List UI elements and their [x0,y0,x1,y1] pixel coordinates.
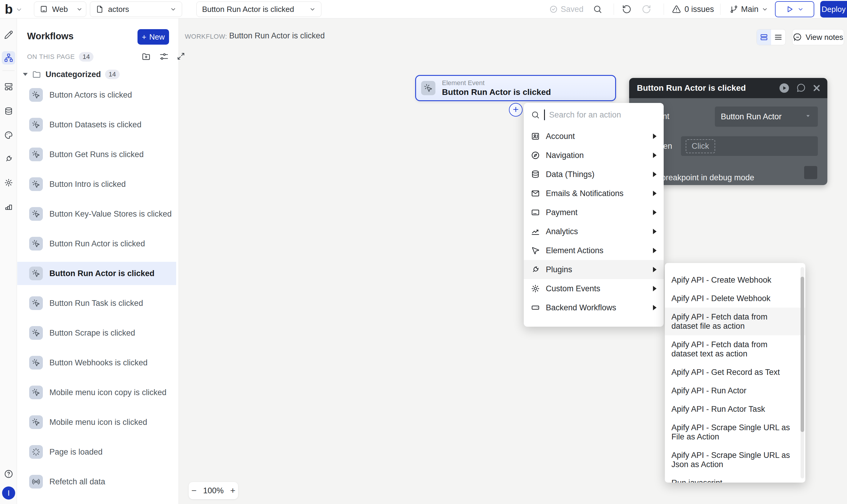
submenu-item[interactable]: Apify API - Get Record as Text [665,363,805,381]
avatar[interactable]: I [2,486,15,500]
workflow-dropdown[interactable]: Button Run Actor is clicked [196,1,321,17]
event-title: Button Run Actor is clicked [442,88,551,97]
workflow-item[interactable]: Button Run Actor is clicked [17,232,176,255]
action-search-row[interactable] [524,103,664,127]
zoom-out-button[interactable]: − [191,486,197,496]
submenu-item[interactable]: Run javascript [665,474,805,483]
page-dropdown[interactable]: actors [90,1,182,17]
page-dropdown-value: actors [108,5,129,14]
help-icon[interactable] [4,469,13,479]
workflow-tab-icon[interactable] [4,53,13,62]
menu-item-backend-workflows[interactable]: Backend Workflows [524,298,664,317]
settings-gear-icon[interactable] [4,178,13,187]
menu-item-account[interactable]: Account [524,127,664,146]
workflow-item[interactable]: Button Get Runs is clicked [17,143,176,166]
element-select[interactable]: Button Run Actor [715,107,818,127]
workflow-item[interactable]: Refetch all data [17,470,176,493]
new-button-label: New [149,32,165,42]
close-icon[interactable] [812,83,822,93]
run-play-icon[interactable] [778,83,790,94]
submenu-item[interactable]: Apify API - Delete Webhook [665,289,805,308]
add-folder-icon[interactable] [141,52,151,61]
cards-view-toggle[interactable] [757,30,771,45]
on-this-page-row: ON THIS PAGE 14 [27,52,93,61]
menu-item-analytics[interactable]: Analytics [524,222,664,241]
submenu-item[interactable]: Apify API - Scrape Single URL as File as… [665,418,805,446]
menu-item-element-actions[interactable]: Element Actions [524,241,664,260]
menu-item-navigation[interactable]: Navigation [524,146,664,165]
note-bubble-icon [793,33,802,42]
menu-item-emails[interactable]: Emails & Notifications [524,184,664,203]
event-type-label: Element Event [442,79,551,87]
deploy-button[interactable]: Deploy [820,1,847,18]
submenu-item[interactable]: Apify API - Fetch data from dataset text… [665,335,805,363]
action-search-input[interactable] [549,110,647,120]
when-field[interactable]: Click [681,136,818,156]
menu-item-plugins[interactable]: Plugins [524,260,664,279]
styles-palette-icon[interactable] [4,131,13,140]
bubble-logo[interactable]: b [5,2,15,17]
plugins-plug-icon[interactable] [4,155,13,163]
view-toggle-group [757,29,786,45]
when-value-chip[interactable]: Click [686,139,715,153]
submenu-arrow-icon [653,267,656,272]
redo-icon[interactable] [642,4,651,14]
preview-button[interactable] [775,1,814,17]
scrollbar-thumb[interactable] [800,277,804,432]
submenu-item[interactable]: Apify API - Run Actor Task [665,400,805,418]
workflow-item[interactable]: Button Intro is clicked [17,173,176,196]
breakpoint-checkbox[interactable] [804,166,817,179]
workflow-item[interactable]: Button Scrape is clicked [17,321,176,344]
workflow-item[interactable]: Button Webhooks is clicked [17,351,176,374]
submenu-item[interactable]: Apify API - Run Actor [665,381,805,400]
divider [720,4,721,15]
comment-icon[interactable] [796,83,806,93]
cursor-click-icon [29,177,43,191]
undo-icon[interactable] [622,4,632,14]
menu-item-data[interactable]: Data (Things) [524,165,664,184]
workflow-item-selected[interactable]: Button Run Actor is clicked [17,262,176,285]
submenu-item[interactable]: Apify API - Scrape Single URL as Json as… [665,446,805,474]
event-node[interactable]: Element Event Button Run Actor is clicke… [415,75,616,101]
expand-icon[interactable] [177,52,185,61]
search-icon[interactable] [593,4,602,14]
submenu-arrow-icon [653,248,656,253]
view-notes-button[interactable]: View notes [792,29,844,45]
submenu-arrow-icon [653,133,656,139]
issues-label: 0 issues [685,5,714,14]
submenu-item-hovered[interactable]: Apify API - Fetch data from dataset file… [665,308,805,335]
database-icon[interactable] [4,107,13,116]
mail-icon [531,189,540,198]
logs-chart-icon[interactable] [4,202,13,211]
workflow-item[interactable]: Page is loaded [17,440,176,464]
design-pencil-icon[interactable] [4,30,13,39]
folder-uncategorized[interactable]: Uncategorized 14 [23,70,120,79]
branch-selector[interactable]: Main [730,0,768,18]
cursor-click-icon [29,267,43,280]
workflow-item[interactable]: Button Actors is clicked [17,83,176,107]
database-icon [531,170,540,179]
cursor-click-icon [29,148,43,161]
backend-icon[interactable] [4,83,13,91]
workflow-item[interactable]: Button Run Task is clicked [17,292,176,315]
workflow-item[interactable]: Button Datasets is clicked [17,113,176,136]
divider [664,4,664,15]
zoom-in-button[interactable]: + [230,486,236,496]
issues-indicator[interactable]: 0 issues [672,0,714,18]
view-notes-label: View notes [806,33,843,42]
menu-item-custom-events[interactable]: Custom Events [524,279,664,298]
divider [614,4,614,15]
workflow-item[interactable]: Button Key-Value Stores is clicked [17,202,176,226]
chevron-down-icon [797,6,804,13]
menu-item-payment[interactable]: Payment [524,203,664,222]
list-view-toggle[interactable] [771,30,786,45]
add-action-button[interactable]: + [509,103,523,116]
workflow-item[interactable]: Mobile menu icon copy is clicked [17,381,176,404]
workflow-item[interactable]: Mobile menu icon is clicked [17,411,176,434]
logo-chevron-down-icon[interactable] [16,6,23,13]
on-this-page-label: ON THIS PAGE [27,53,75,61]
submenu-item[interactable]: Apify API - Create Webhook [665,271,805,289]
filter-sliders-icon[interactable] [159,52,169,61]
new-workflow-button[interactable]: + New [138,29,169,44]
platform-dropdown[interactable]: Web [34,1,86,17]
